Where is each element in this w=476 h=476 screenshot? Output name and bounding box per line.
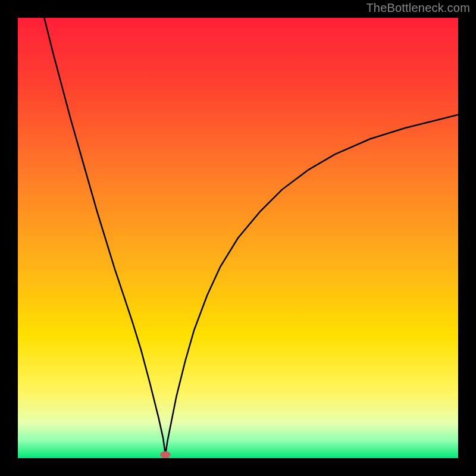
attribution-text: TheBottleneck.com bbox=[366, 1, 470, 15]
minimum-marker bbox=[160, 451, 171, 458]
chart-frame: TheBottleneck.com bbox=[0, 0, 476, 476]
bottleneck-chart bbox=[0, 0, 476, 476]
